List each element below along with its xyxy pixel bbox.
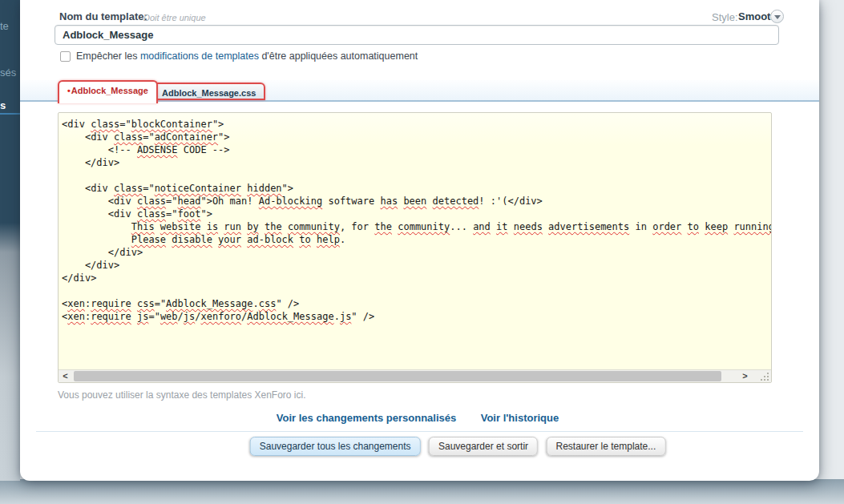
template-code-editor[interactable]: <div class="blockContainer"> <div class=… — [58, 112, 772, 383]
tab-label: Adblock_Message — [71, 86, 148, 95]
sidebar-item-fragment[interactable]: te — [0, 20, 20, 32]
tab-adblock-message-css[interactable]: Adblock_Message.css — [152, 83, 265, 100]
page-footer: Forum software by XenForo™ ©2010-2015 Xe… — [0, 479, 844, 504]
template-modifications-link[interactable]: modifications de templates — [140, 50, 259, 62]
template-name-label: Nom du template: — [59, 10, 147, 22]
revert-template-button[interactable]: Restaurer le template... — [547, 437, 666, 456]
code-area[interactable]: <div class="blockContainer"> <div class=… — [59, 113, 771, 369]
template-tab-strip: •Adblock_Message Adblock_Message.css — [20, 80, 819, 102]
sidebar-selected-underline — [0, 113, 20, 115]
tab-adblock-message[interactable]: •Adblock_Message — [58, 80, 158, 103]
screen: Forum software by XenForo™ ©2010-2015 Xe… — [0, 0, 844, 504]
admin-sidebar-strip: te sés s — [0, 0, 20, 481]
checkbox-label-post: d'être appliquées automatiquement — [259, 50, 418, 62]
syntax-hint: Vous pouvez utiliser la syntaxe des temp… — [58, 389, 306, 401]
horizontal-scrollbar[interactable]: < > — [59, 369, 771, 382]
tab-label: Adblock_Message.css — [162, 88, 256, 98]
save-all-changes-button[interactable]: Sauvegarder tous les changements — [250, 437, 421, 456]
view-custom-changes-link[interactable]: Voir les changements personnalisés — [277, 412, 456, 424]
checkbox-label-pre: Empêcher les — [76, 50, 140, 62]
chevron-down-icon[interactable] — [770, 10, 784, 23]
sidebar-item-fragment[interactable]: sés — [0, 67, 20, 79]
template-name-input[interactable] — [55, 25, 779, 45]
view-history-link[interactable]: Voir l'historique — [481, 412, 559, 424]
revision-links: Voir les changements personnalisés Voir … — [266, 410, 569, 425]
button-divider — [36, 431, 803, 432]
action-buttons: Sauvegarder tous les changements Sauvega… — [248, 437, 668, 456]
resize-grip-icon[interactable] — [761, 373, 769, 381]
prevent-modifications-checkbox[interactable] — [60, 51, 71, 62]
template-editor-panel: Nom du template: Doit être unique Style:… — [20, 0, 819, 481]
scroll-left-icon[interactable]: < — [59, 370, 72, 382]
style-chooser-label: Style: — [712, 11, 738, 23]
save-and-exit-button[interactable]: Sauvegarder et sortir — [429, 437, 538, 456]
modified-bullet: • — [67, 86, 71, 95]
scroll-right-icon[interactable]: > — [738, 370, 752, 382]
scrollbar-thumb[interactable] — [74, 371, 721, 381]
prevent-modifications-label: Empêcher les modifications de templates … — [76, 50, 418, 62]
sidebar-item-fragment-selected[interactable]: s — [0, 99, 20, 111]
template-name-hint: Doit être unique — [143, 13, 206, 22]
